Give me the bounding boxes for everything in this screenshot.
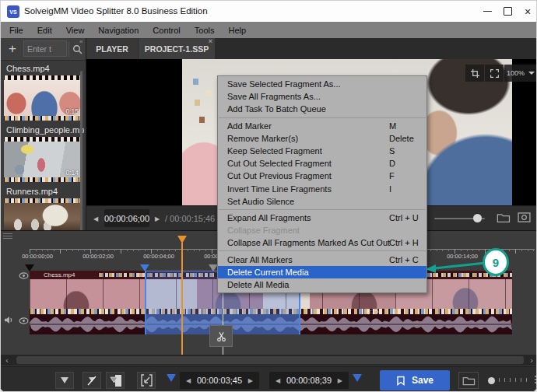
media-duration: 0:15 (65, 107, 79, 115)
tab-project[interactable]: PROJECT-1.SSP × (139, 38, 215, 59)
playhead-line[interactable] (181, 243, 183, 355)
minimize-icon (483, 11, 492, 12)
media-library: + « Chess.mp4 0:15 Climbing_people.mp4 0… (1, 38, 86, 230)
close-icon: × (525, 6, 531, 17)
menu-item-invert-timeline-fragments[interactable]: Invert Time Line FragmentsI (218, 183, 426, 195)
menu-item-delete-current-media[interactable]: Delete Current Media (218, 266, 426, 278)
decrement-icon[interactable]: ◀ (186, 377, 191, 384)
fullscreen-button[interactable] (485, 65, 504, 82)
media-item-thumbnail[interactable] (4, 198, 80, 230)
collapse-panel-icon[interactable]: « (79, 38, 82, 45)
menu-item-clear-all-markers[interactable]: Clear All MarkersCtrl + C (218, 253, 426, 265)
fragment-begin-value: 00:00:03;45 (197, 376, 242, 385)
media-library-toolbar: + « (1, 38, 86, 61)
increment-icon[interactable]: ▶ (248, 377, 253, 384)
begin-marker-icon[interactable] (167, 374, 176, 382)
timeline-scrollbar[interactable]: ‹ › (1, 355, 537, 366)
maximize-icon (504, 7, 512, 16)
tab-bar: PLAYER PROJECT-1.SSP × (86, 38, 537, 59)
search-input[interactable] (23, 40, 67, 57)
menu-file[interactable]: File (2, 26, 30, 35)
ruler-label: 00:00:04;00 (137, 253, 181, 260)
menu-item-save-all-fragments[interactable]: Save All Fragments As... (218, 90, 426, 103)
zoom-level-dropdown[interactable]: 100% (504, 65, 537, 82)
increment-icon[interactable]: ▶ (338, 377, 342, 384)
tab-player-label: PLAYER (96, 44, 128, 54)
close-button[interactable]: × (518, 1, 537, 22)
menu-item-add-marker[interactable]: Add MarkerM (218, 120, 426, 132)
playhead-handle[interactable] (177, 236, 187, 243)
menu-item-keep-selected-fragment[interactable]: Keep Selected FragmentS (218, 145, 426, 157)
current-time-display: 00:00:06;00 (104, 209, 149, 227)
output-folder-button[interactable] (458, 372, 479, 389)
menu-separator (219, 250, 426, 251)
split-button[interactable] (209, 325, 233, 347)
media-list-scrollbar[interactable] (80, 71, 82, 234)
tab-close-icon[interactable]: × (209, 38, 212, 45)
menu-view[interactable]: View (59, 26, 92, 35)
menu-tools[interactable]: Tools (188, 26, 222, 35)
remove-marker-button[interactable] (82, 372, 101, 389)
menu-item-remove-markers[interactable]: Remove Marker(s)Delete (218, 132, 426, 145)
timeline-scrollbar-thumb[interactable] (16, 356, 524, 364)
menu-item-expand-all-fragments[interactable]: Expand All FragmentsCtrl + U (218, 212, 426, 224)
chevron-down-icon (528, 72, 535, 75)
menu-item-collapse-all-fragments-cut-out[interactable]: Collapse All Fragments Marked As Cut Out… (218, 236, 426, 249)
ruler-label: 00:00:02;00 (76, 253, 120, 260)
invert-fragment-button[interactable] (106, 372, 125, 389)
tab-player[interactable]: PLAYER (86, 38, 138, 59)
maximize-button[interactable] (497, 1, 518, 22)
fragment-begin-field[interactable]: ◀ 00:00:03;45 ▶ (180, 372, 259, 389)
step-back-button[interactable]: ◀ (89, 210, 103, 227)
snap-playhead-button[interactable] (137, 372, 156, 389)
menu-item-save-selected-fragment[interactable]: Save Selected Fragment As... (218, 78, 426, 90)
save-button[interactable]: Save (380, 370, 450, 390)
add-marker-button[interactable] (55, 372, 74, 389)
media-item-name[interactable]: Chess.mp4 (6, 64, 81, 73)
timeline-zoom-knob[interactable] (488, 377, 495, 384)
open-folder-button[interactable] (497, 212, 511, 223)
audio-track-eye-icon[interactable] (18, 316, 29, 325)
total-time-display: / 00:00:15;46 (165, 214, 215, 223)
menu-item-cut-out-previous-fragment[interactable]: Cut Out Previous FragmentF (218, 170, 426, 182)
scroll-left-icon[interactable]: ‹ (1, 355, 13, 366)
fragment-end-value: 00:00:08;39 (286, 376, 332, 385)
menu-navigation[interactable]: Navigation (91, 26, 146, 35)
menu-edit[interactable]: Edit (30, 26, 59, 35)
tab-project-label: PROJECT-1.SSP (145, 44, 209, 54)
more-options-icon[interactable] (535, 376, 536, 383)
menu-item-delete-all-media[interactable]: Delete All Media (218, 278, 426, 291)
snapshot-button[interactable] (518, 212, 531, 222)
app-logo-icon: VS (7, 5, 19, 18)
menu-item-set-audio-silence[interactable]: Set Audio Silence (218, 195, 426, 208)
scroll-right-icon[interactable]: › (525, 355, 537, 366)
fragment-end-field[interactable]: ◀ 00:00:08;39 ▶ (269, 372, 349, 389)
media-item-name[interactable]: Runners.mp4 (6, 187, 81, 196)
sticky-note (205, 90, 211, 96)
menu-bar: File Edit View Navigation Control Tools … (1, 22, 537, 38)
menu-item-add-task-batch-queue[interactable]: Add Task To Batch Queue (218, 103, 426, 115)
timeline-zoom-slider[interactable] (499, 378, 532, 382)
menu-separator (219, 117, 426, 118)
end-marker-icon[interactable] (353, 374, 362, 382)
media-item-thumbnail[interactable]: 0:15 (4, 75, 80, 121)
media-duration: 0:14 (65, 169, 79, 177)
bottom-toolbar: ◀ 00:00:03;45 ▶ ◀ 00:00:08;39 ▶ Save (1, 366, 537, 392)
volume-slider-knob[interactable] (473, 214, 482, 222)
save-flag-icon (396, 376, 405, 386)
menu-help[interactable]: Help (222, 26, 254, 35)
menu-item-cut-out-selected-fragment[interactable]: Cut Out Selected FragmentD (218, 157, 426, 170)
annotation-step-badge: 9 (483, 248, 509, 276)
step-forward-button[interactable]: ▶ (150, 210, 164, 227)
sticky-note (199, 117, 205, 123)
menu-control[interactable]: Control (146, 26, 187, 35)
audio-track-speaker-icon[interactable] (3, 315, 14, 324)
minimize-button[interactable] (477, 1, 497, 22)
crop-button[interactable] (465, 65, 484, 82)
decrement-icon[interactable]: ◀ (276, 377, 280, 384)
add-media-button[interactable]: + (4, 40, 21, 58)
video-track-eye-icon[interactable] (18, 271, 29, 280)
media-item-thumbnail[interactable]: 0:14 (4, 137, 80, 182)
media-item-name[interactable]: Climbing_people.mp4 (6, 125, 84, 135)
menu-item-collapse-fragment: Collapse Fragment (218, 224, 426, 236)
